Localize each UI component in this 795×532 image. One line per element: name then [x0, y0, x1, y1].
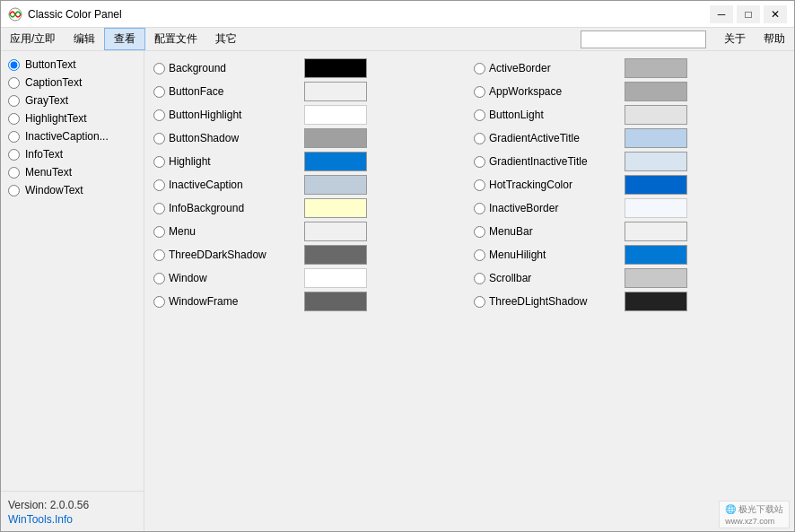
swatch-ThreeDLightShadow[interactable]	[625, 292, 687, 311]
radio-Window[interactable]	[153, 273, 165, 284]
radio-HighlightText[interactable]	[8, 113, 20, 125]
radio-Background[interactable]	[153, 63, 165, 74]
label-Highlight: Highlight	[169, 155, 211, 168]
color-row-ThreeDDarkShadow[interactable]: ThreeDDarkShadow	[153, 245, 465, 265]
radio-CaptionText[interactable]	[8, 77, 20, 89]
swatch-MenuHilight[interactable]	[625, 245, 687, 265]
radio-InfoBackground[interactable]	[153, 203, 165, 214]
search-input[interactable]	[581, 31, 706, 48]
radio-MenuText[interactable]	[8, 167, 20, 179]
left-radio-WindowText[interactable]: WindowText	[8, 184, 136, 196]
radio-InfoText[interactable]	[8, 149, 20, 161]
label-InactiveBorder: InactiveBorder	[489, 202, 558, 214]
radio-ButtonShadow[interactable]	[153, 133, 165, 144]
menu-help[interactable]: 帮助	[755, 28, 794, 50]
swatch-HotTrackingColor[interactable]	[625, 175, 687, 195]
radio-MenuHilight[interactable]	[474, 249, 485, 261]
color-row-ButtonHighlight[interactable]: ButtonHighlight	[153, 105, 465, 125]
menu-config[interactable]: 配置文件	[145, 28, 206, 50]
color-row-ButtonLight[interactable]: ButtonLight	[474, 105, 785, 125]
color-row-InactiveCaption[interactable]: InactiveCaption	[153, 175, 465, 195]
swatch-WindowFrame[interactable]	[304, 292, 367, 311]
radio-ButtonText[interactable]	[8, 59, 20, 71]
left-radio-ButtonText[interactable]: ButtonText	[8, 58, 136, 71]
swatch-InfoBackground[interactable]	[304, 198, 367, 218]
color-row-WindowFrame[interactable]: WindowFrame	[153, 292, 465, 311]
left-radio-GrayText[interactable]: GrayText	[8, 94, 136, 107]
color-row-HotTrackingColor[interactable]: HotTrackingColor	[474, 175, 785, 195]
radio-Scrollbar[interactable]	[474, 273, 485, 284]
radio-ButtonHighlight[interactable]	[153, 109, 165, 121]
color-row-InfoBackground[interactable]: InfoBackground	[153, 198, 465, 218]
color-row-ButtonShadow[interactable]: ButtonShadow	[153, 128, 465, 148]
radio-MenuBar[interactable]	[474, 226, 485, 238]
left-radio-CaptionText[interactable]: CaptionText	[8, 76, 136, 89]
menu-edit[interactable]: 编辑	[65, 28, 104, 50]
color-row-GradientInactiveTitle[interactable]: GradientInactiveTitle	[474, 152, 785, 171]
radio-AppWorkspace[interactable]	[474, 86, 485, 98]
radio-ThreeDLightShadow[interactable]	[474, 296, 485, 308]
swatch-InactiveCaption[interactable]	[304, 175, 367, 195]
swatch-Menu[interactable]	[304, 222, 367, 241]
swatch-GradientActiveTitle[interactable]	[625, 128, 687, 148]
left-radio-InfoText[interactable]: InfoText	[8, 148, 136, 161]
color-row-Window[interactable]: Window	[153, 268, 465, 288]
swatch-MenuBar[interactable]	[625, 222, 687, 241]
color-row-MenuBar[interactable]: MenuBar	[474, 222, 785, 241]
label-ButtonFace: ButtonFace	[169, 85, 223, 98]
swatch-Window[interactable]	[304, 268, 367, 288]
app-icon	[8, 7, 22, 22]
swatch-Background[interactable]	[304, 58, 367, 78]
color-row-ActiveBorder[interactable]: ActiveBorder	[474, 58, 785, 78]
left-radio-HighlightText[interactable]: HighlightText	[8, 112, 136, 125]
swatch-ThreeDDarkShadow[interactable]	[304, 245, 367, 265]
swatch-ActiveBorder[interactable]	[625, 58, 687, 78]
menu-about[interactable]: 关于	[715, 28, 755, 50]
radio-GradientInactiveTitle[interactable]	[474, 156, 485, 168]
radio-ActiveBorder[interactable]	[474, 63, 485, 74]
color-row-ThreeDLightShadow[interactable]: ThreeDLightShadow	[474, 292, 785, 311]
radio-GradientActiveTitle[interactable]	[474, 133, 485, 144]
radio-ButtonFace[interactable]	[153, 86, 165, 98]
title-bar: Classic Color Panel ─ □ ✕	[1, 1, 794, 28]
swatch-ButtonFace[interactable]	[304, 82, 367, 101]
swatch-Scrollbar[interactable]	[625, 268, 687, 288]
radio-InactiveCaptionT[interactable]	[8, 131, 20, 143]
bottom-bar: Version: 2.0.0.56 WinTools.Info	[1, 491, 144, 532]
swatch-GradientInactiveTitle[interactable]	[625, 152, 687, 171]
radio-ThreeDDarkShadow[interactable]	[153, 249, 165, 261]
close-button[interactable]: ✕	[764, 5, 787, 23]
color-row-Highlight[interactable]: Highlight	[153, 152, 465, 171]
color-row-Menu[interactable]: Menu	[153, 222, 465, 241]
radio-ButtonLight[interactable]	[474, 109, 485, 121]
color-row-AppWorkspace[interactable]: AppWorkspace	[474, 82, 785, 101]
radio-Menu[interactable]	[153, 226, 165, 238]
left-radio-InactiveCaptionT[interactable]: InactiveCaption...	[8, 130, 136, 143]
menu-apply[interactable]: 应用/立即	[1, 28, 65, 50]
radio-WindowFrame[interactable]	[153, 296, 165, 308]
left-radio-MenuText[interactable]: MenuText	[8, 166, 136, 179]
color-row-Background[interactable]: Background	[153, 58, 465, 78]
website-link[interactable]: WinTools.Info	[8, 513, 136, 526]
swatch-AppWorkspace[interactable]	[625, 82, 687, 101]
color-row-MenuHilight[interactable]: MenuHilight	[474, 245, 785, 265]
menu-other[interactable]: 其它	[206, 28, 246, 50]
maximize-button[interactable]: □	[737, 5, 760, 23]
color-row-ButtonFace[interactable]: ButtonFace	[153, 82, 465, 101]
swatch-Highlight[interactable]	[304, 152, 367, 171]
swatch-ButtonShadow[interactable]	[304, 128, 367, 148]
minimize-button[interactable]: ─	[710, 5, 733, 23]
color-row-InactiveBorder[interactable]: InactiveBorder	[474, 198, 785, 218]
menu-view[interactable]: 查看	[104, 28, 145, 50]
color-row-Scrollbar[interactable]: Scrollbar	[474, 268, 785, 288]
radio-HotTrackingColor[interactable]	[474, 179, 485, 191]
swatch-InactiveBorder[interactable]	[625, 198, 687, 218]
swatch-ButtonHighlight[interactable]	[304, 105, 367, 125]
color-row-GradientActiveTitle[interactable]: GradientActiveTitle	[474, 128, 785, 148]
radio-Highlight[interactable]	[153, 156, 165, 168]
swatch-ButtonLight[interactable]	[625, 105, 687, 125]
radio-GrayText[interactable]	[8, 95, 20, 107]
radio-InactiveBorder[interactable]	[474, 203, 485, 214]
radio-WindowText[interactable]	[8, 185, 20, 196]
radio-InactiveCaption[interactable]	[153, 179, 165, 191]
